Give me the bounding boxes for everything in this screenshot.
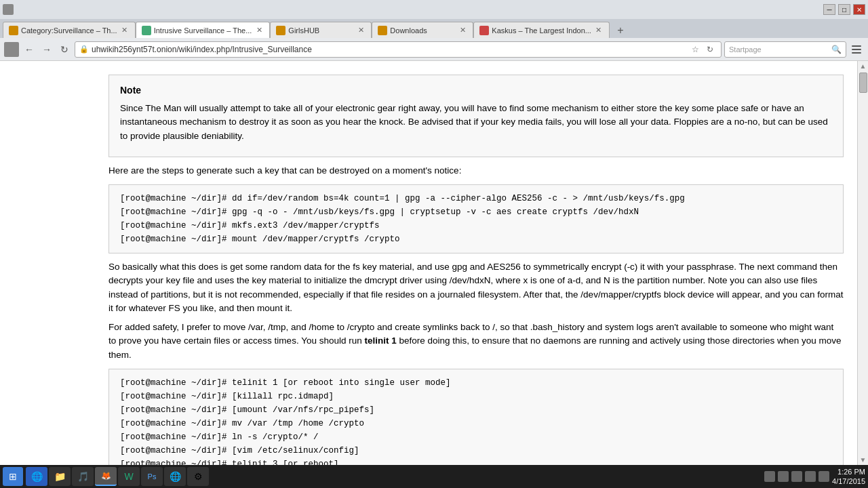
taskbar-word[interactable]: W xyxy=(118,467,140,486)
para2: So basically what this does is get some … xyxy=(108,260,844,315)
taskbar-apps: 🌐 📁 🎵 🦊 W Ps 🌐 ⚙ xyxy=(26,467,762,486)
tab-3-label: GirlsHUB xyxy=(288,26,353,35)
tab-3-close[interactable]: ✕ xyxy=(356,26,366,35)
code-line-1-3: [root@machine ~/dir]# mkfs.ext3 /dev/map… xyxy=(120,219,832,232)
page-content: Note Since The Man will usually attempt … xyxy=(0,61,857,465)
title-bar-left xyxy=(3,4,14,15)
reload-addr-icon[interactable]: ↻ xyxy=(703,43,717,56)
lock-icon: 🔒 xyxy=(79,45,89,54)
new-tab-button[interactable]: + xyxy=(612,23,629,38)
code-line-2-5: [root@machine ~/dir]# ln -s /crypto/* / xyxy=(120,430,832,444)
tab-5-favicon xyxy=(479,26,489,35)
back-button[interactable]: ← xyxy=(22,42,37,57)
search-placeholder: Startpage xyxy=(729,45,762,54)
scrollbar[interactable]: ▲ ▼ xyxy=(857,61,868,465)
title-bar: ─ □ ✕ xyxy=(0,0,868,19)
search-bar[interactable]: Startpage 🔍 xyxy=(724,41,846,58)
tab-1-favicon xyxy=(9,26,18,35)
para3: For added safety, I prefer to move /var,… xyxy=(108,321,844,362)
code-block-2: [root@machine ~/dir]# telinit 1 [or rebo… xyxy=(108,369,844,465)
para3-bold: telinit 1 xyxy=(364,336,396,346)
address-bar[interactable]: 🔒 uhwikih256ynt57t.onion/wiki/index.php/… xyxy=(75,41,722,58)
tab-4[interactable]: Downloads ✕ xyxy=(372,22,473,38)
nav-bar: ← → ↻ 🔒 uhwikih256ynt57t.onion/wiki/inde… xyxy=(0,38,868,61)
hamburger-menu[interactable] xyxy=(849,42,864,57)
tab-1-label: Category:Surveillance – Th... xyxy=(21,26,117,35)
tab-4-favicon xyxy=(378,26,387,35)
address-actions: ☆ ↻ xyxy=(688,43,717,56)
code-line-1-1: [root@machine ~/dir]# dd if=/dev/random … xyxy=(120,192,832,205)
start-button[interactable]: ⊞ xyxy=(3,467,23,486)
tab-3-favicon xyxy=(276,26,285,35)
code-line-1-4: [root@machine ~/dir]# mount /dev/mapper/… xyxy=(120,232,832,246)
minimize-button[interactable]: ─ xyxy=(823,4,835,15)
browser-frame: ─ □ ✕ Category:Surveillance – Th... ✕ In… xyxy=(0,0,868,488)
code-line-1-2: [root@machine ~/dir]# gpg -q -o - /mnt/u… xyxy=(120,205,832,219)
tray-icon-2 xyxy=(778,471,789,482)
taskbar-ie[interactable]: 🌐 xyxy=(26,467,47,486)
tab-4-label: Downloads xyxy=(390,26,455,35)
code-line-2-1: [root@machine ~/dir]# telinit 1 [or rebo… xyxy=(120,376,832,390)
scrollbar-thumb[interactable] xyxy=(859,73,867,93)
reload-button[interactable]: ↻ xyxy=(57,42,72,57)
forward-button[interactable]: → xyxy=(39,42,54,57)
taskbar-photoshop[interactable]: Ps xyxy=(141,467,163,486)
tab-5-close[interactable]: ✕ xyxy=(594,26,604,35)
tab-2-close[interactable]: ✕ xyxy=(254,26,264,35)
maximize-button[interactable]: □ xyxy=(838,4,850,15)
browser-logo xyxy=(4,42,19,57)
tray-icon-1 xyxy=(764,471,775,482)
taskbar-app2[interactable]: ⚙ xyxy=(187,467,209,486)
taskbar: ⊞ 🌐 📁 🎵 🦊 W Ps 🌐 ⚙ 1:26 PM 4/17/2015 xyxy=(0,465,868,488)
taskbar-media[interactable]: 🎵 xyxy=(72,467,94,486)
note-title: Note xyxy=(120,83,832,98)
code-line-2-4: [root@machine ~/dir]# mv /var /tmp /home… xyxy=(120,417,832,430)
content-area: Note Since The Man will usually attempt … xyxy=(0,61,868,465)
window-controls: ─ □ ✕ xyxy=(823,4,865,15)
note-text: Since The Man will usually attempt to ta… xyxy=(120,102,832,143)
code-block-1: [root@machine ~/dir]# dd if=/dev/random … xyxy=(108,184,844,253)
close-button[interactable]: ✕ xyxy=(853,4,865,15)
taskbar-explorer[interactable]: 📁 xyxy=(49,467,71,486)
tray-icon-3 xyxy=(791,471,802,482)
tab-4-close[interactable]: ✕ xyxy=(458,26,467,35)
code-line-2-7: [root@machine ~/dir]# telinit 3 [or rebo… xyxy=(120,458,832,465)
tab-5-label: Kaskus – The Largest Indon... xyxy=(492,26,591,35)
bookmark-icon[interactable]: ☆ xyxy=(688,43,702,56)
address-text: uhwikih256ynt57t.onion/wiki/index.php/In… xyxy=(92,45,686,54)
system-tray xyxy=(764,471,829,482)
code-line-2-3: [root@machine ~/dir]# [umount /var/nfs/r… xyxy=(120,403,832,417)
tab-5[interactable]: Kaskus – The Largest Indon... ✕ xyxy=(473,22,610,38)
volume-icon xyxy=(818,471,829,482)
taskbar-clock: 1:26 PM 4/17/2015 xyxy=(832,467,865,487)
browser-icon xyxy=(3,4,14,15)
tab-1-close[interactable]: ✕ xyxy=(120,26,130,35)
tab-2-label: Intrusive Surveillance – The... xyxy=(154,26,252,35)
network-icon xyxy=(805,471,816,482)
taskbar-browser[interactable]: 🦊 xyxy=(95,467,117,486)
tab-3[interactable]: GirlsHUB ✕ xyxy=(270,22,372,38)
code-line-2-2: [root@machine ~/dir]# [killall rpc.idmap… xyxy=(120,390,832,403)
para1: Here are the steps to generate such a ke… xyxy=(108,164,844,178)
tab-bar: Category:Surveillance – Th... ✕ Intrusiv… xyxy=(0,19,868,38)
tab-1[interactable]: Category:Surveillance – Th... ✕ xyxy=(3,22,136,38)
clock-date: 4/17/2015 xyxy=(832,476,865,486)
clock-time: 1:26 PM xyxy=(832,467,865,476)
code-line-2-6: [root@machine ~/dir]# [vim /etc/selinux/… xyxy=(120,444,832,458)
tab-2-favicon xyxy=(142,26,151,35)
tab-2[interactable]: Intrusive Surveillance – The... ✕ xyxy=(136,22,271,38)
search-icon: 🔍 xyxy=(831,45,842,54)
taskbar-globe[interactable]: 🌐 xyxy=(164,467,186,486)
note-box: Note Since The Man will usually attempt … xyxy=(108,75,844,157)
